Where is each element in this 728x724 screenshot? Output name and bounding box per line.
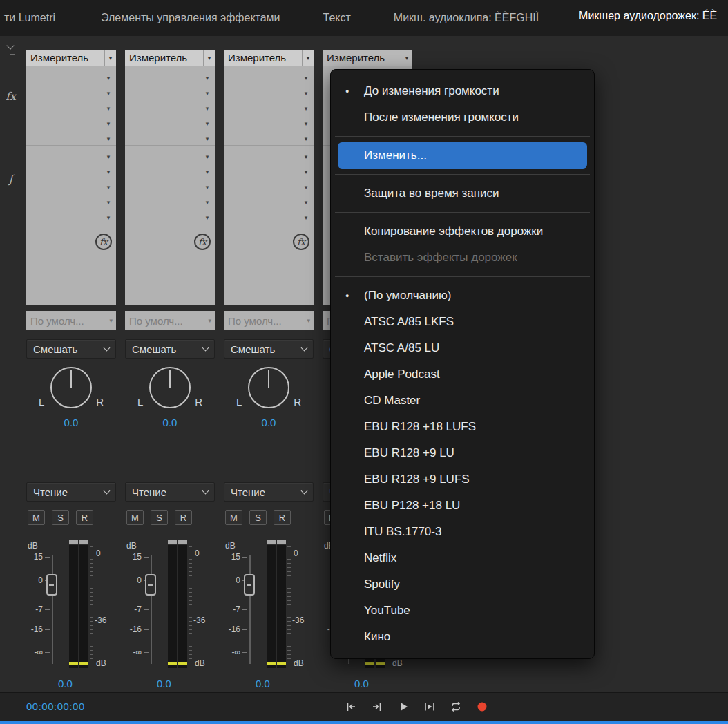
tab-effect-controls[interactable]: Элементы управления эффектами — [101, 12, 280, 24]
send-slot-caret-icon[interactable]: ▾ — [104, 153, 113, 160]
menu-item-write-protect[interactable]: Защита во время записи — [331, 180, 594, 207]
automation-mode-dropdown[interactable]: Чтение — [26, 482, 116, 502]
send-slot-caret-icon[interactable]: ▾ — [202, 153, 212, 160]
pan-value[interactable]: 0.0 — [26, 417, 116, 428]
mute-button[interactable]: M — [28, 510, 45, 525]
menu-item-edit[interactable]: Изменить... — [338, 142, 587, 169]
effect-slot-caret-icon[interactable]: ▾ — [202, 135, 212, 142]
automation-mode-dropdown[interactable]: Чтение — [125, 482, 215, 502]
play-button[interactable] — [394, 697, 412, 716]
go-to-out-button[interactable] — [367, 697, 386, 716]
pan-value[interactable]: 0.0 — [224, 417, 314, 428]
pan-knob[interactable] — [149, 367, 191, 408]
menu-item-copy-track-effects[interactable]: Копирование эффектов дорожки — [331, 218, 594, 245]
send-slot-caret-icon[interactable]: ▾ — [301, 153, 311, 160]
pan-knob[interactable] — [50, 367, 92, 408]
menu-item-atsc-a85-lu[interactable]: ATSC A/85 LU — [331, 335, 594, 361]
effect-slot-caret-icon[interactable]: ▾ — [104, 135, 113, 142]
volume-value[interactable]: 0.0 — [26, 678, 116, 689]
blend-mode-dropdown[interactable]: Смешать — [26, 339, 116, 359]
record-button[interactable] — [472, 697, 491, 716]
menu-item-itu-bs1770[interactable]: ITU BS.1770-3 — [331, 519, 594, 545]
meter-mode-dropdown[interactable]: Измеритель ▾ — [224, 50, 314, 66]
menu-item-atsc-a85-lkfs[interactable]: ATSC A/85 LKFS — [331, 309, 594, 335]
effect-slot-caret-icon[interactable]: ▾ — [301, 135, 311, 142]
fader-track[interactable] — [151, 555, 152, 664]
send-slot-caret-icon[interactable]: ▾ — [104, 214, 113, 221]
volume-fader-handle[interactable] — [145, 574, 156, 596]
record-arm-button[interactable]: R — [175, 510, 192, 525]
effect-slot-caret-icon[interactable]: ▾ — [202, 75, 212, 82]
automation-mode-dropdown[interactable]: Чтение — [224, 482, 314, 502]
mute-button[interactable]: M — [225, 510, 242, 525]
menu-item-ebu-r128-9-lu[interactable]: EBU R128 +9 LU — [331, 440, 594, 466]
fader-track[interactable] — [52, 555, 53, 664]
menu-item-post-fader[interactable]: После изменения громкости — [331, 104, 594, 131]
effect-slot-caret-icon[interactable]: ▾ — [104, 105, 113, 112]
tab-audio-track-mixer[interactable]: Микшер аудиодорожек: ÉÈ — [579, 10, 717, 26]
solo-button[interactable]: S — [52, 510, 69, 525]
effect-slot-caret-icon[interactable]: ▾ — [202, 105, 212, 112]
effect-slot-caret-icon[interactable]: ▾ — [202, 120, 212, 127]
go-to-in-button[interactable] — [341, 697, 360, 716]
meter-mode-dropdown[interactable]: Измеритель ▾ — [125, 50, 215, 66]
effect-slot-caret-icon[interactable]: ▾ — [301, 75, 311, 82]
menu-item-ebu-p128-18-lu[interactable]: EBU P128 +18 LU — [331, 493, 594, 519]
send-slot-caret-icon[interactable]: ▾ — [104, 199, 113, 206]
volume-value[interactable]: 0.0 — [323, 678, 412, 689]
effect-slot-caret-icon[interactable]: ▾ — [104, 75, 113, 82]
record-arm-button[interactable]: R — [76, 510, 93, 525]
send-slot-caret-icon[interactable]: ▾ — [301, 199, 311, 206]
dropdown-caret-icon[interactable]: ▾ — [302, 50, 314, 66]
meter-mode-dropdown[interactable]: Измеритель ▾ — [26, 50, 116, 66]
sends-toggle-icon[interactable]: ʃ — [9, 171, 12, 187]
collapse-chevron-icon[interactable] — [6, 41, 14, 49]
effect-slot-caret-icon[interactable]: ▾ — [104, 90, 113, 97]
volume-fader-handle[interactable] — [244, 574, 255, 596]
volume-value[interactable]: 0.0 — [224, 678, 314, 689]
send-slot-caret-icon[interactable]: ▾ — [301, 184, 311, 191]
mute-button[interactable]: M — [126, 510, 144, 525]
preset-dropdown[interactable]: По умолч... ▾ — [125, 311, 215, 330]
volume-value[interactable]: 0.0 — [125, 678, 215, 689]
blend-mode-dropdown[interactable]: Смешать — [224, 339, 314, 359]
menu-item-kino[interactable]: Кино — [331, 624, 594, 650]
effect-slot-caret-icon[interactable]: ▾ — [104, 120, 113, 127]
preset-dropdown[interactable]: По умолч... ▾ — [224, 311, 314, 330]
play-in-to-out-button[interactable] — [420, 697, 439, 716]
pan-value[interactable]: 0.0 — [125, 417, 215, 428]
menu-item-default-standard[interactable]: ● (По умолчанию) — [331, 283, 594, 309]
menu-item-cd-master[interactable]: CD Master — [331, 388, 594, 414]
dropdown-caret-icon[interactable]: ▾ — [104, 50, 116, 66]
pan-knob[interactable] — [248, 367, 289, 408]
record-arm-button[interactable]: R — [274, 510, 291, 525]
effect-slot-caret-icon[interactable]: ▾ — [301, 90, 311, 97]
fader-track[interactable] — [249, 555, 251, 664]
solo-button[interactable]: S — [249, 510, 267, 525]
timecode-display[interactable]: 00:00:00:00 — [26, 701, 85, 712]
send-slot-caret-icon[interactable]: ▾ — [301, 169, 311, 175]
menu-item-spotify[interactable]: Spotify — [331, 571, 594, 598]
menu-item-apple-podcast[interactable]: Apple Podcast — [331, 361, 594, 388]
menu-item-ebu-r128-9-lufs[interactable]: EBU R128 +9 LUFS — [331, 466, 594, 493]
volume-fader-handle[interactable] — [46, 574, 57, 596]
preset-dropdown[interactable]: По умолч... ▾ — [26, 311, 116, 330]
tab-lumetri-color[interactable]: ти Lumetri — [4, 12, 55, 24]
send-slot-caret-icon[interactable]: ▾ — [202, 184, 212, 191]
menu-item-netflix[interactable]: Netflix — [331, 545, 594, 571]
send-slot-caret-icon[interactable]: ▾ — [202, 214, 212, 221]
send-slot-caret-icon[interactable]: ▾ — [104, 184, 113, 191]
meter-mode-dropdown[interactable]: Измеритель ▾ — [323, 50, 412, 66]
loop-button[interactable] — [446, 697, 465, 716]
effect-slot-caret-icon[interactable]: ▾ — [301, 120, 311, 127]
effect-slot-caret-icon[interactable]: ▾ — [301, 105, 311, 112]
menu-item-ebu-r128-18-lufs[interactable]: EBU R128 +18 LUFS — [331, 414, 594, 440]
menu-item-youtube[interactable]: YouTube — [331, 598, 594, 624]
send-slot-caret-icon[interactable]: ▾ — [301, 214, 311, 221]
blend-mode-dropdown[interactable]: Смешать — [125, 339, 215, 359]
show-effects-toggle-icon[interactable]: fx — [6, 88, 16, 104]
menu-item-pre-fader[interactable]: ● До изменения громкости — [331, 78, 594, 104]
solo-button[interactable]: S — [151, 510, 168, 525]
dropdown-caret-icon[interactable]: ▾ — [203, 50, 215, 66]
send-slot-caret-icon[interactable]: ▾ — [202, 199, 212, 206]
